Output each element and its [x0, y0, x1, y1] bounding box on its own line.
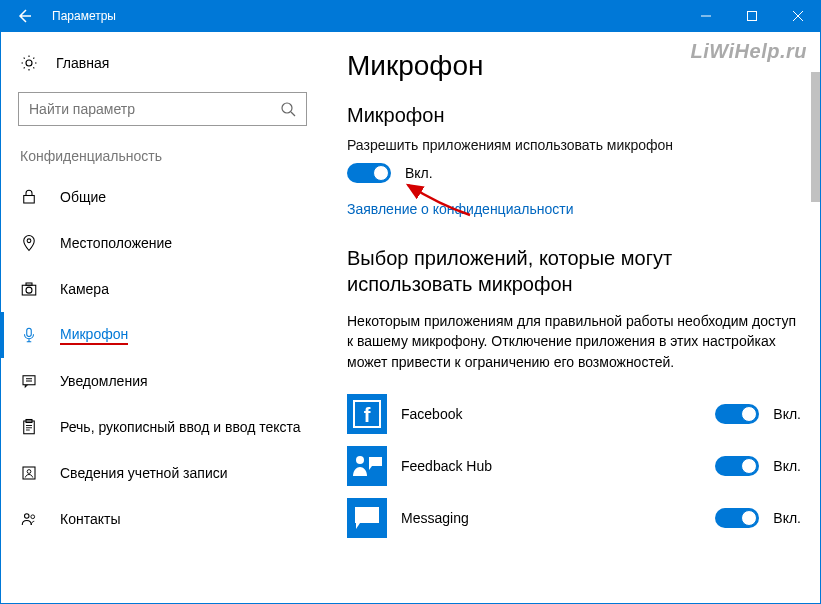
watermark: LiWiHelp.ru	[691, 40, 807, 63]
svg-rect-8	[23, 376, 35, 385]
app-row-facebook: f Facebook Вкл.	[347, 388, 801, 440]
svg-point-14	[31, 515, 35, 519]
section-header: Конфиденциальность	[18, 146, 325, 174]
nav-item-notifications[interactable]: Уведомления	[18, 358, 325, 404]
choose-apps-note: Некоторым приложениям для правильной раб…	[347, 311, 801, 372]
search-input[interactable]	[29, 101, 280, 117]
lock-icon	[20, 188, 38, 206]
contacts-icon	[20, 510, 38, 528]
nav-item-general[interactable]: Общие	[18, 174, 325, 220]
master-toggle[interactable]	[347, 163, 391, 183]
master-toggle-row: Вкл.	[347, 163, 801, 183]
sidebar: Главная Конфиденциальность Общие Местопо…	[0, 32, 325, 604]
nav-label: Сведения учетной записи	[60, 465, 228, 481]
master-toggle-label: Вкл.	[405, 165, 433, 181]
notifications-icon	[20, 372, 38, 390]
svg-rect-2	[24, 196, 35, 204]
nav-label: Речь, рукописный ввод и ввод текста	[60, 419, 301, 435]
arrow-left-icon	[16, 8, 32, 24]
account-icon	[20, 464, 38, 482]
nav-label: Контакты	[60, 511, 120, 527]
app-toggle-messaging[interactable]	[715, 508, 759, 528]
svg-rect-22	[355, 507, 379, 523]
svg-point-3	[27, 239, 31, 243]
allow-text: Разрешить приложениям использовать микро…	[347, 137, 801, 153]
close-icon	[793, 11, 803, 21]
gear-icon	[20, 54, 38, 72]
window-title: Параметры	[48, 9, 683, 23]
maximize-button[interactable]	[729, 0, 775, 32]
svg-point-5	[26, 287, 32, 293]
titlebar: Параметры	[0, 0, 821, 32]
nav-item-speech[interactable]: Речь, рукописный ввод и ввод текста	[18, 404, 325, 450]
app-toggle-facebook[interactable]	[715, 404, 759, 424]
main-pane: LiWiHelp.ru Микрофон Микрофон Разрешить …	[325, 32, 821, 604]
app-row-feedback: Feedback Hub Вкл.	[347, 440, 801, 492]
nav-label: Камера	[60, 281, 109, 297]
scrollbar-thumb[interactable]	[811, 72, 820, 202]
section-title-mic: Микрофон	[347, 104, 801, 127]
feedback-icon	[347, 446, 387, 486]
close-button[interactable]	[775, 0, 821, 32]
nav-item-account[interactable]: Сведения учетной записи	[18, 450, 325, 496]
nav-item-microphone[interactable]: Микрофон	[18, 312, 325, 358]
nav-item-location[interactable]: Местоположение	[18, 220, 325, 266]
location-icon	[20, 234, 38, 252]
back-button[interactable]	[0, 0, 48, 32]
nav-label: Микрофон	[60, 326, 128, 345]
svg-text:f: f	[364, 404, 371, 426]
app-row-messaging: Messaging Вкл.	[347, 492, 801, 544]
svg-rect-6	[26, 283, 32, 285]
nav-label: Уведомления	[60, 373, 148, 389]
microphone-icon	[20, 326, 38, 344]
search-icon	[280, 101, 296, 117]
app-toggle-feedback[interactable]	[715, 456, 759, 476]
app-name: Facebook	[401, 406, 701, 422]
maximize-icon	[747, 11, 757, 21]
app-name: Feedback Hub	[401, 458, 701, 474]
app-toggle-label: Вкл.	[773, 406, 801, 422]
home-nav[interactable]: Главная	[18, 50, 325, 84]
facebook-icon: f	[347, 394, 387, 434]
clipboard-icon	[20, 418, 38, 436]
svg-point-12	[27, 470, 31, 474]
messaging-icon	[347, 498, 387, 538]
minimize-icon	[701, 11, 711, 21]
search-box[interactable]	[18, 92, 307, 126]
minimize-button[interactable]	[683, 0, 729, 32]
home-label: Главная	[56, 55, 109, 71]
svg-point-1	[282, 103, 292, 113]
svg-rect-7	[27, 328, 32, 336]
camera-icon	[20, 280, 38, 298]
svg-rect-0	[748, 12, 757, 21]
nav-label: Местоположение	[60, 235, 172, 251]
nav-item-contacts[interactable]: Контакты	[18, 496, 325, 542]
svg-point-19	[356, 456, 364, 464]
app-toggle-label: Вкл.	[773, 510, 801, 526]
nav-label: Общие	[60, 189, 106, 205]
app-toggle-label: Вкл.	[773, 458, 801, 474]
svg-point-13	[25, 514, 30, 519]
app-list: f Facebook Вкл. Feedback Hub Вкл. Messag…	[347, 388, 801, 544]
privacy-link[interactable]: Заявление о конфиденциальности	[347, 201, 801, 217]
svg-rect-20	[369, 457, 382, 466]
choose-apps-title: Выбор приложений, которые могут использо…	[347, 245, 801, 297]
nav-item-camera[interactable]: Камера	[18, 266, 325, 312]
app-name: Messaging	[401, 510, 701, 526]
